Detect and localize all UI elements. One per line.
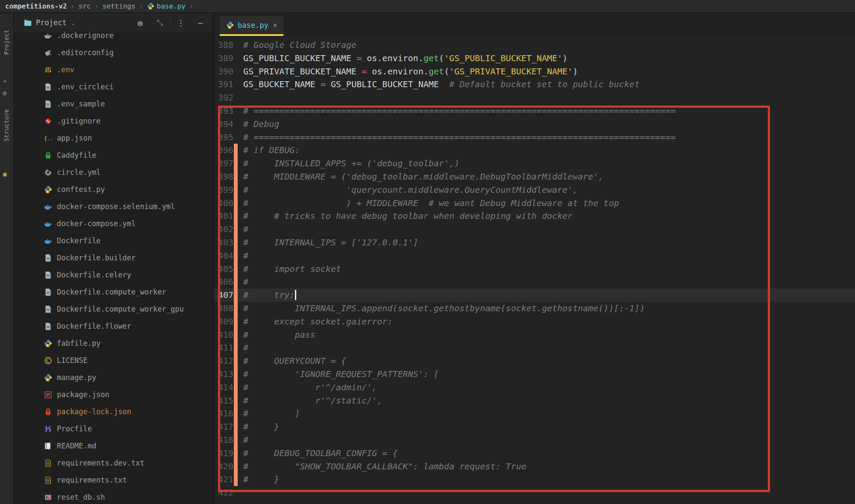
line-number[interactable]: 420 bbox=[214, 460, 234, 473]
code-line-413[interactable]: 413# 'IGNORE_REQUEST_PATTERNS': [ bbox=[214, 368, 855, 381]
line-number[interactable]: 410 bbox=[214, 328, 234, 342]
line-number[interactable]: 409 bbox=[214, 315, 234, 328]
line-number[interactable]: 413 bbox=[214, 368, 234, 381]
tab-base-py[interactable]: base.py × bbox=[220, 16, 283, 36]
code-line-403[interactable]: 403# INTERNAL_IPS = ['127.0.0.1'] bbox=[214, 236, 855, 249]
line-number[interactable]: 394 bbox=[214, 118, 234, 131]
line-number[interactable]: 408 bbox=[214, 302, 234, 315]
breadcrumb-item-src[interactable]: src bbox=[79, 2, 91, 10]
project-panel-header[interactable]: Project ⌄ ◎⤡⋮— bbox=[14, 13, 212, 32]
line-number[interactable]: 404 bbox=[214, 249, 234, 262]
code-line-416[interactable]: 416# ] bbox=[214, 407, 855, 420]
minimize-icon[interactable]: — bbox=[196, 18, 205, 27]
line-number[interactable]: 401 bbox=[214, 209, 234, 223]
code-line-418[interactable]: 418# bbox=[214, 433, 855, 447]
code-line-394[interactable]: 394# Debug bbox=[214, 118, 855, 131]
code-line-417[interactable]: 417# } bbox=[214, 420, 855, 433]
breadcrumb-item-base.py[interactable]: base.py bbox=[147, 2, 186, 10]
code-line-391[interactable]: 391GS_BUCKET_NAME = GS_PUBLIC_BUCKET_NAM… bbox=[214, 78, 855, 91]
code-line-395[interactable]: 395# ===================================… bbox=[214, 131, 855, 144]
tree-item-requirements.dev.txt[interactable]: requirements.dev.txt bbox=[14, 454, 212, 472]
line-number[interactable]: 392 bbox=[214, 91, 234, 104]
line-number[interactable]: 395 bbox=[214, 131, 234, 144]
tree-item-package.json[interactable]: package.json bbox=[14, 386, 212, 403]
code-line-412[interactable]: 412# QUERYCOUNT = { bbox=[214, 354, 855, 368]
tree-item-docker-compose.yml[interactable]: docker-compose.yml bbox=[14, 215, 212, 232]
tree-item-README.md[interactable]: README.md bbox=[14, 437, 212, 454]
line-number[interactable]: 397 bbox=[214, 157, 234, 170]
close-icon[interactable]: × bbox=[273, 21, 277, 29]
code-line-414[interactable]: 414# r'^/admin/', bbox=[214, 381, 855, 394]
code-line-396[interactable]: 396# if DEBUG: bbox=[214, 144, 855, 157]
code-line-419[interactable]: 419# DEBUG_TOOLBAR_CONFIG = { bbox=[214, 447, 855, 460]
tree-item-Dockerfile[interactable]: Dockerfile bbox=[14, 232, 212, 249]
collapse-arrows-icon[interactable]: ⤡ bbox=[156, 18, 164, 27]
code-line-390[interactable]: 390GS_PRIVATE_BUCKET_NAME = os.environ.g… bbox=[214, 65, 855, 78]
tree-item-Procfile[interactable]: Procfile bbox=[14, 420, 212, 437]
code-line-408[interactable]: 408# INTERNAL_IPS.append(socket.gethostb… bbox=[214, 302, 855, 315]
code-line-402[interactable]: 402# bbox=[214, 223, 855, 236]
code-line-388[interactable]: 388# Google Cloud Storage bbox=[214, 38, 855, 52]
tree-item-docker-compose.selenium.yml[interactable]: docker-compose.selenium.yml bbox=[14, 198, 212, 215]
line-number[interactable]: 391 bbox=[214, 78, 234, 91]
code-line-399[interactable]: 399# 'querycount.middleware.QueryCountMi… bbox=[214, 183, 855, 197]
line-number[interactable]: 415 bbox=[214, 394, 234, 407]
breadcrumb-item-settings[interactable]: settings bbox=[102, 2, 135, 10]
tree-item-Dockerfile.compute_worker_gpu[interactable]: Dockerfile.compute_worker_gpu bbox=[14, 301, 212, 318]
line-number[interactable]: 422 bbox=[214, 486, 234, 499]
line-number[interactable]: 416 bbox=[214, 407, 234, 420]
line-number[interactable]: 414 bbox=[214, 381, 234, 394]
line-number[interactable]: 399 bbox=[214, 183, 234, 197]
line-number[interactable]: 419 bbox=[214, 447, 234, 460]
line-number[interactable]: 393 bbox=[214, 104, 234, 118]
line-number[interactable]: 418 bbox=[214, 433, 234, 447]
line-number[interactable]: 407 bbox=[214, 289, 234, 302]
tree-item-package-lock.json[interactable]: package-lock.json bbox=[14, 403, 212, 420]
tree-item-fabfile.py[interactable]: fabfile.py bbox=[14, 335, 212, 352]
line-number[interactable]: 390 bbox=[214, 65, 234, 78]
line-number[interactable]: 388 bbox=[214, 38, 234, 52]
tree-item-manage.py[interactable]: manage.py bbox=[14, 369, 212, 386]
code-line-407[interactable]: 407# try: bbox=[214, 289, 855, 302]
line-number[interactable]: 421 bbox=[214, 473, 234, 486]
line-number[interactable]: 405 bbox=[214, 262, 234, 276]
code-line-400[interactable]: 400# ) + MIDDLEWARE # we want Debug Midd… bbox=[214, 197, 855, 210]
code-line-422[interactable]: 422 bbox=[214, 486, 855, 499]
code-line-415[interactable]: 415# r'^/static/', bbox=[214, 394, 855, 407]
line-number[interactable]: 400 bbox=[214, 197, 234, 210]
locate-target-icon[interactable]: ◎ bbox=[136, 18, 144, 27]
line-number[interactable]: 398 bbox=[214, 170, 234, 183]
line-number[interactable]: 411 bbox=[214, 341, 234, 354]
kebab-menu-icon[interactable]: ⋮ bbox=[177, 18, 185, 27]
bullseye-icon[interactable]: ◎ bbox=[3, 89, 11, 97]
line-number[interactable]: 402 bbox=[214, 223, 234, 236]
tree-item-.env_sample[interactable]: .env_sample bbox=[14, 95, 212, 112]
line-number[interactable]: 412 bbox=[214, 354, 234, 368]
chevron-down-icon[interactable]: ⌄ bbox=[71, 20, 75, 26]
sliders-icon[interactable]: ⫞ bbox=[3, 77, 11, 85]
tree-item-circle.yml[interactable]: circle.yml bbox=[14, 164, 212, 181]
tree-item-Dockerfile.flower[interactable]: Dockerfile.flower bbox=[14, 318, 212, 335]
code-line-405[interactable]: 405# import socket bbox=[214, 262, 855, 276]
stripe-project-button[interactable]: Project bbox=[3, 29, 10, 55]
code-line-389[interactable]: 389GS_PUBLIC_BUCKET_NAME = os.environ.ge… bbox=[214, 52, 855, 65]
code-line-404[interactable]: 404# bbox=[214, 249, 855, 262]
code-line-392[interactable]: 392 bbox=[214, 91, 855, 104]
line-number[interactable]: 389 bbox=[214, 52, 234, 65]
code-line-406[interactable]: 406# bbox=[214, 275, 855, 289]
code-line-421[interactable]: 421# } bbox=[214, 473, 855, 486]
tree-item-Dockerfile.celery[interactable]: Dockerfile.celery bbox=[14, 266, 212, 283]
code-line-398[interactable]: 398# MIDDLEWARE = ('debug_toolbar.middle… bbox=[214, 170, 855, 183]
code-line-397[interactable]: 397# INSTALLED_APPS += ('debug_toolbar',… bbox=[214, 157, 855, 170]
code-line-411[interactable]: 411# bbox=[214, 341, 855, 354]
line-number[interactable]: 406 bbox=[214, 275, 234, 289]
line-number[interactable]: 417 bbox=[214, 420, 234, 433]
breadcrumb-item-competitions-v2[interactable]: competitions-v2 bbox=[5, 2, 67, 10]
tree-item-requirements.txt[interactable]: requirements.txt bbox=[14, 472, 212, 489]
code-area[interactable]: 388# Google Cloud Storage389GS_PUBLIC_BU… bbox=[214, 36, 855, 504]
line-number[interactable]: 396 bbox=[214, 144, 234, 157]
tree-item-LICENSE[interactable]: CLICENSE bbox=[14, 352, 212, 369]
square-icon[interactable]: ▣ bbox=[3, 171, 11, 178]
code-line-409[interactable]: 409# except socket.gaierror: bbox=[214, 315, 855, 328]
tree-item-app.json[interactable]: {..}app.json bbox=[14, 130, 212, 147]
